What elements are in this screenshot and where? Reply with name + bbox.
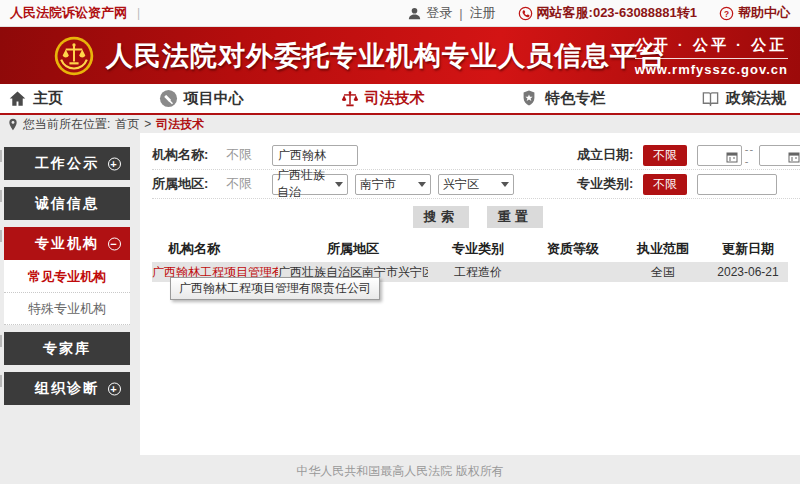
founding-date-label: 成立日期:	[577, 146, 643, 164]
org-scope-cell: 全国	[618, 262, 708, 282]
results-table: 机构名称 所属地区 专业类别 资质等级 执业范围 更新日期 广西翰林工程项目管理…	[152, 236, 788, 282]
org-name-input[interactable]	[272, 145, 358, 166]
nav-item-project-center[interactable]: 项目中心	[159, 89, 244, 108]
breadcrumb: 您当前所在位置: 首页 > 司法技术	[0, 115, 800, 133]
badge-icon	[520, 89, 539, 108]
sidebar-item-label: 专家库	[43, 340, 91, 356]
filter-actions: 搜索 重置	[152, 206, 800, 228]
reset-button[interactable]: 重置	[487, 206, 543, 228]
register-link[interactable]: 注册	[470, 4, 496, 22]
expand-icon: +	[108, 382, 121, 395]
nav-label: 主页	[33, 89, 63, 108]
filter-row-2: 所属地区: 不限 广西壮族自治 南宁市 兴宁区 专业类别: 不限	[152, 170, 800, 199]
col-header-org-name: 机构名称	[152, 236, 278, 262]
login-register-pipe: |	[459, 6, 462, 21]
nav-item-policy[interactable]: 政策法规	[701, 89, 786, 108]
site-banner: 人民法院对外委托专业机构专业人员信息平台 公开 · 公平 · 公正 www.rm…	[0, 27, 800, 84]
content-panel: 机构名称: 不限 成立日期: 不限 ---	[140, 133, 800, 455]
location-pin-icon	[8, 118, 18, 131]
main-nav: 主页 项目中心 司法技术 特色专栏 政策法规	[0, 84, 800, 115]
province-select[interactable]: 广西壮族自治	[272, 174, 348, 195]
sidebar-item-expert-pool[interactable]: 专家库	[4, 332, 130, 365]
top-utility-bar: 人民法院诉讼资产网 | 登录 | 注册 网站客服:023-63088881转1 …	[0, 0, 800, 27]
calendar-icon	[788, 149, 800, 161]
nav-label: 政策法规	[726, 89, 786, 108]
court-emblem-logo	[52, 34, 96, 78]
category-unlimited-button[interactable]: 不限	[643, 174, 687, 195]
province-select-value: 广西壮族自治	[277, 167, 335, 201]
nav-label: 司法技术	[365, 89, 425, 108]
sidebar-item-label: 专业机构	[35, 235, 99, 251]
col-header-region: 所属地区	[278, 236, 428, 262]
platform-title: 人民法院对外委托专业机构专业人员信息平台	[106, 38, 666, 74]
service-phone-text: 网站客服:023-63088881转1	[537, 4, 697, 22]
asset-site-link[interactable]: 人民法院诉讼资产网	[10, 4, 127, 22]
nav-item-judicial-tech[interactable]: 司法技术	[340, 89, 425, 108]
collapse-icon: −	[108, 237, 121, 250]
col-header-scope: 执业范围	[618, 236, 708, 262]
home-icon	[8, 89, 27, 108]
scales-icon	[340, 89, 359, 108]
topbar-divider: |	[137, 6, 140, 20]
main-area: 工作公示 + 诚信信息 专业机构 − 常见专业机构 特殊专业机构 专家库 组织诊…	[0, 133, 800, 455]
region-label: 所属地区:	[152, 175, 226, 193]
chevron-down-icon	[501, 182, 509, 187]
login-link[interactable]: 登录	[426, 4, 452, 22]
breadcrumb-prefix: 您当前所在位置:	[23, 116, 110, 133]
sidebar-item-professional-orgs[interactable]: 专业机构 −	[4, 227, 130, 260]
nav-label: 项目中心	[184, 89, 244, 108]
col-header-category: 专业类别	[428, 236, 528, 262]
founding-date-end-input[interactable]	[759, 145, 800, 166]
founding-date-unlimited-button[interactable]: 不限	[643, 145, 687, 166]
project-icon	[159, 89, 178, 108]
nav-item-special-column[interactable]: 特色专栏	[520, 89, 605, 108]
org-name-tooltip: 广西翰林工程项目管理有限责任公司	[170, 277, 380, 300]
breadcrumb-current: 司法技术	[156, 116, 204, 133]
submenu-item-special-orgs[interactable]: 特殊专业机构	[4, 293, 130, 325]
chevron-down-icon	[335, 182, 343, 187]
user-icon	[407, 6, 422, 21]
svg-text:?: ?	[724, 8, 729, 18]
org-name-unlimited-option[interactable]: 不限	[226, 146, 272, 164]
sidebar-item-label: 组织诊断	[35, 380, 99, 396]
district-select-value: 兴宁区	[443, 176, 479, 193]
footer-copyright: 中华人民共和国最高人民法院 版权所有	[0, 455, 800, 484]
breadcrumb-separator: >	[144, 117, 151, 131]
slogan: 公开 · 公平 · 公正	[635, 36, 788, 59]
help-icon: ?	[719, 6, 734, 21]
org-grade-cell	[528, 262, 618, 282]
col-header-updated: 更新日期	[708, 236, 788, 262]
site-url: www.rmfysszc.gov.cn	[635, 62, 788, 77]
nav-label: 特色专栏	[545, 89, 605, 108]
nav-item-home[interactable]: 主页	[8, 89, 63, 108]
phone-icon	[518, 6, 533, 21]
region-unlimited-option[interactable]: 不限	[226, 175, 272, 193]
submenu-item-common-orgs[interactable]: 常见专业机构	[4, 261, 130, 293]
sidebar-item-label: 工作公示	[35, 155, 99, 171]
table-header-row: 机构名称 所属地区 专业类别 资质等级 执业范围 更新日期	[152, 236, 788, 262]
category-input[interactable]	[697, 174, 777, 195]
sidebar-item-work-publicity[interactable]: 工作公示 +	[4, 147, 130, 180]
sidebar-item-integrity-info[interactable]: 诚信信息	[4, 187, 130, 220]
help-center-link[interactable]: 帮助中心	[738, 4, 790, 22]
sidebar-item-label: 诚信信息	[35, 195, 99, 211]
org-category-cell: 工程造价	[428, 262, 528, 282]
search-button[interactable]: 搜索	[413, 206, 469, 228]
sidebar-submenu: 常见专业机构 特殊专业机构	[4, 260, 130, 325]
breadcrumb-home[interactable]: 首页	[115, 116, 139, 133]
city-select[interactable]: 南宁市	[355, 174, 431, 195]
sidebar: 工作公示 + 诚信信息 专业机构 − 常见专业机构 特殊专业机构 专家库 组织诊…	[0, 133, 140, 455]
category-label: 专业类别:	[577, 175, 643, 193]
date-range-separator: ---	[745, 143, 756, 167]
chevron-down-icon	[418, 182, 426, 187]
filter-row-1: 机构名称: 不限 成立日期: 不限 ---	[152, 141, 800, 170]
calendar-icon	[726, 149, 738, 161]
sidebar-item-org-diagnosis[interactable]: 组织诊断 +	[4, 372, 130, 405]
col-header-grade: 资质等级	[528, 236, 618, 262]
org-name-label: 机构名称:	[152, 146, 226, 164]
org-updated-cell: 2023-06-21	[708, 262, 788, 282]
district-select[interactable]: 兴宁区	[438, 174, 514, 195]
founding-date-start-input[interactable]	[697, 145, 742, 166]
book-icon	[701, 89, 720, 108]
expand-icon: +	[108, 157, 121, 170]
